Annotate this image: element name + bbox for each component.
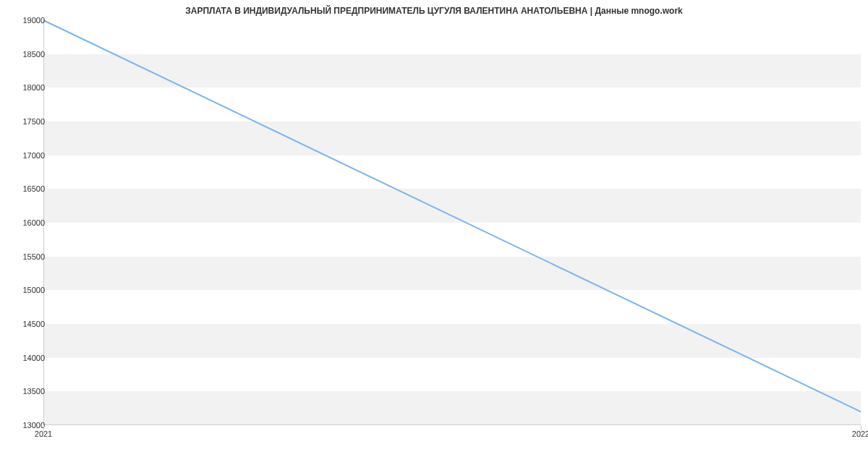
y-tick-label: 17000 bbox=[22, 151, 45, 160]
x-tick-label: 2022 bbox=[852, 430, 868, 438]
y-tick-label: 18500 bbox=[22, 50, 45, 59]
y-tick-label: 14500 bbox=[22, 320, 45, 328]
y-tick-label: 13000 bbox=[22, 421, 45, 430]
y-tick-label: 13500 bbox=[22, 387, 45, 396]
y-tick-label: 19000 bbox=[22, 16, 45, 25]
y-tick-label: 14000 bbox=[22, 354, 45, 362]
chart-title: ЗАРПЛАТА В ИНДИВИДУАЛЬНЫЙ ПРЕДПРИНИМАТЕЛ… bbox=[0, 0, 868, 16]
plot-area bbox=[43, 20, 861, 425]
data-series-line bbox=[43, 20, 861, 411]
x-tick-label: 2021 bbox=[35, 430, 52, 438]
y-tick-label: 15000 bbox=[22, 286, 45, 294]
y-tick-label: 15500 bbox=[22, 252, 45, 261]
y-tick-label: 17500 bbox=[22, 117, 45, 126]
y-tick-label: 18000 bbox=[22, 83, 45, 92]
y-tick-label: 16500 bbox=[22, 184, 45, 193]
line-chart-svg bbox=[43, 20, 861, 425]
y-tick-label: 16000 bbox=[22, 218, 45, 227]
